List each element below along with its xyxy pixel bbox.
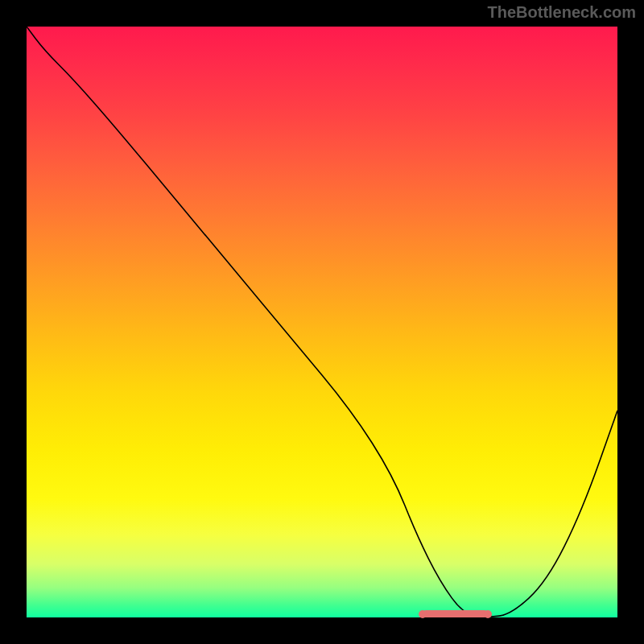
watermark-text: TheBottleneck.com <box>488 3 636 22</box>
optimal-start-dot <box>419 610 427 618</box>
plot-area <box>27 27 617 617</box>
optimal-range-marker <box>423 610 488 617</box>
bottleneck-curve <box>27 27 617 617</box>
bottleneck-chart: TheBottleneck.com <box>0 0 644 644</box>
optimal-end-dot <box>484 610 492 618</box>
